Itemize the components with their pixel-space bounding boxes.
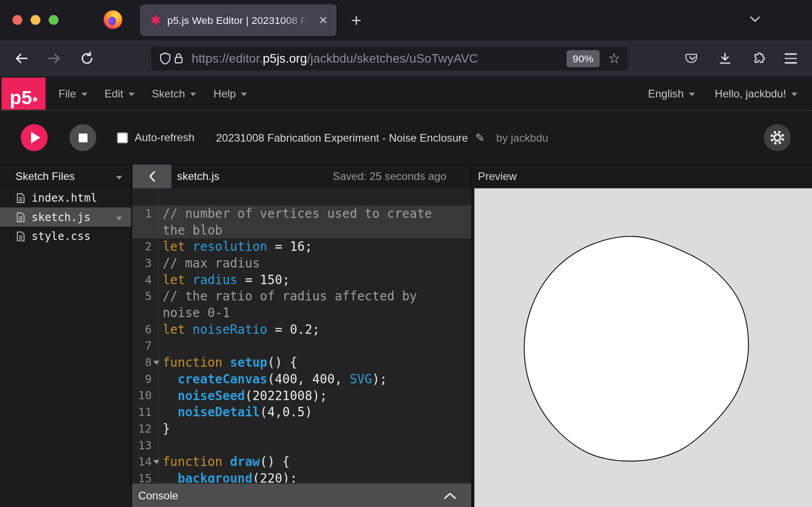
- line-number: 15: [132, 470, 159, 483]
- browser-tab[interactable]: ✱ p5.js Web Editor | 20231008 Fab ×: [140, 4, 337, 36]
- workspace: index.html sketch.js style.css 1// numbe…: [0, 188, 812, 507]
- code-line-11[interactable]: 11 noiseDetail(4,0.5): [132, 404, 471, 421]
- menu-list: FileEditSketchHelp: [59, 87, 247, 100]
- sidebar-item-sketch.js[interactable]: sketch.js: [0, 207, 131, 226]
- stop-button[interactable]: [69, 124, 97, 151]
- menu-hamburger-icon[interactable]: [784, 51, 798, 66]
- code-line-5[interactable]: 5// the ratio of radius affected by nois…: [132, 288, 471, 321]
- list-tabs-chevron-icon[interactable]: [749, 15, 761, 23]
- play-button[interactable]: [21, 124, 48, 151]
- code-text: function setup() {: [158, 355, 471, 371]
- sidebar-item-style.css[interactable]: style.css: [0, 226, 131, 245]
- editor-header: sketch.js Saved: 25 seconds ago: [132, 165, 471, 189]
- menu-file[interactable]: File: [59, 87, 88, 100]
- p5-logo[interactable]: p5*: [1, 78, 46, 110]
- save-status: Saved: 25 seconds ago: [333, 165, 447, 189]
- sketch-author[interactable]: by jackbdu: [496, 132, 548, 144]
- bookmark-star-icon[interactable]: ☆: [608, 50, 620, 67]
- chevron-down-icon: [689, 92, 695, 96]
- file-name: sketch.js: [32, 211, 91, 223]
- sketch-title: 20231008 Fabrication Experiment - Noise …: [216, 132, 468, 144]
- code-text: [158, 338, 471, 355]
- auto-refresh-checkbox[interactable]: [117, 132, 128, 143]
- code-line-4[interactable]: 4let radius = 150;: [132, 272, 471, 288]
- forward-icon[interactable]: [46, 51, 61, 66]
- browser-toolbar: https://editor.p5js.org/jackbdu/sketches…: [0, 40, 812, 76]
- language-dropdown[interactable]: English: [648, 87, 695, 100]
- code-line-8[interactable]: 8function setup() {: [132, 355, 471, 371]
- code-line-15[interactable]: 15 background(220);: [132, 470, 471, 483]
- account-dropdown[interactable]: Hello, jackbdu!: [715, 87, 797, 100]
- line-number: 11: [132, 404, 159, 421]
- menu-help[interactable]: Help: [213, 87, 247, 100]
- code-editor[interactable]: 1// number of vertices used to create th…: [132, 188, 471, 483]
- pocket-icon[interactable]: [685, 51, 700, 66]
- minimize-window-button[interactable]: [31, 15, 41, 25]
- code-line-2[interactable]: 2let resolution = 16;: [132, 239, 471, 255]
- open-file-tab[interactable]: sketch.js: [177, 165, 220, 189]
- code-text: function draw() {: [158, 454, 471, 470]
- reload-icon[interactable]: [80, 51, 94, 66]
- p5-favicon-icon: ✱: [150, 13, 161, 28]
- chevron-down-icon: [791, 92, 798, 96]
- chevron-up-icon[interactable]: [443, 492, 457, 499]
- stop-icon: [78, 133, 88, 142]
- panel-divider[interactable]: [471, 188, 475, 507]
- menu-sketch[interactable]: Sketch: [152, 87, 196, 100]
- edit-pencil-icon[interactable]: ✎: [475, 131, 485, 145]
- fold-arrow-icon[interactable]: [153, 360, 160, 364]
- code-line-13[interactable]: 13: [132, 437, 471, 454]
- tab-title: p5.js Web Editor | 20231008 Fab: [167, 14, 312, 26]
- auto-refresh-label: Auto-refresh: [134, 131, 194, 144]
- console-bar[interactable]: Console: [132, 483, 471, 507]
- gear-icon: [770, 130, 785, 145]
- settings-button[interactable]: [764, 124, 791, 151]
- menu-edit[interactable]: Edit: [105, 87, 135, 100]
- code-line-9[interactable]: 9 createCanvas(400, 400, SVG);: [132, 371, 471, 387]
- firefox-icon[interactable]: [104, 10, 122, 29]
- lock-icon[interactable]: [172, 52, 185, 65]
- file-name: index.html: [32, 192, 97, 204]
- code-line-6[interactable]: 6let noiseRatio = 0.2;: [132, 321, 471, 338]
- chevron-down-icon: [241, 92, 247, 96]
- code-line-3[interactable]: 3// max radius: [132, 255, 471, 272]
- downloads-icon[interactable]: [718, 51, 732, 66]
- preview-label: Preview: [478, 170, 517, 183]
- code-line-10[interactable]: 10 noiseSeed(20221008);: [132, 387, 471, 404]
- line-number: 9: [132, 371, 159, 387]
- fold-arrow-icon[interactable]: [153, 460, 160, 464]
- extensions-puzzle-icon[interactable]: [751, 51, 766, 66]
- sketch-files-header[interactable]: Sketch Files: [0, 165, 132, 189]
- chevron-left-icon: [148, 171, 156, 182]
- zoom-level-badge[interactable]: 90%: [567, 50, 600, 67]
- code-line-1[interactable]: 1// number of vertices used to create th…: [132, 205, 471, 238]
- chevron-down-icon[interactable]: [116, 176, 122, 180]
- url-bar[interactable]: https://editor.p5js.org/jackbdu/sketches…: [151, 46, 627, 70]
- maximize-window-button[interactable]: [49, 15, 59, 25]
- chevron-down-icon: [129, 92, 135, 96]
- code-line-7[interactable]: 7: [132, 338, 471, 355]
- back-icon[interactable]: [14, 51, 29, 66]
- sidebar-item-index.html[interactable]: index.html: [0, 188, 131, 207]
- shield-icon[interactable]: [158, 52, 172, 65]
- code-text: // max radius: [158, 255, 471, 272]
- file-icon: [17, 231, 25, 241]
- code-text: noiseDetail(4,0.5): [158, 404, 471, 421]
- line-number: 5: [132, 288, 159, 321]
- new-tab-button[interactable]: +: [346, 10, 367, 31]
- line-number: 14: [132, 454, 159, 470]
- collapse-sidebar-button[interactable]: [133, 165, 171, 189]
- line-number: 2: [132, 239, 159, 255]
- close-window-button[interactable]: [13, 15, 23, 25]
- line-number: 13: [132, 437, 159, 454]
- code-line-14[interactable]: 14function draw() {: [132, 454, 471, 470]
- code-text: // number of vertices used to create the…: [158, 205, 471, 238]
- url-text[interactable]: https://editor.p5js.org/jackbdu/sketches…: [192, 51, 561, 66]
- chevron-down-icon[interactable]: [116, 217, 122, 221]
- line-number: 10: [132, 387, 159, 404]
- code-text: let radius = 150;: [158, 272, 471, 288]
- file-icon: [17, 193, 25, 203]
- tab-close-icon[interactable]: ×: [315, 12, 332, 28]
- line-number: 7: [132, 338, 159, 355]
- code-line-12[interactable]: 12}: [132, 420, 471, 437]
